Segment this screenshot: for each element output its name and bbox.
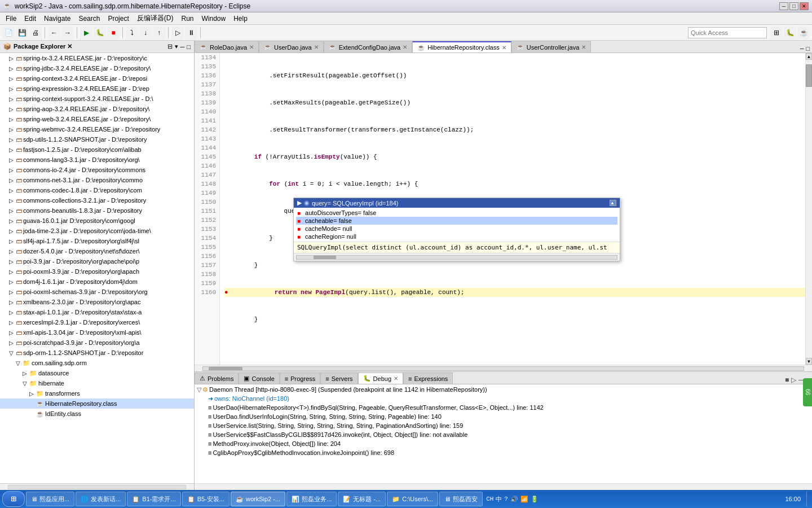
- tab-roledao[interactable]: ☕ RoleDao.java ✕: [195, 41, 259, 52]
- tree-item-commons-codec[interactable]: ▷ 🗃 commons-codec-1.8.jar - D:\repositor…: [0, 185, 194, 195]
- tree-item-dom4j[interactable]: ▷ 🗃 dom4j-1.6.1.jar - D:\repository\dom4…: [0, 277, 194, 287]
- popup-item-2[interactable]: ■ cacheable= false: [296, 217, 617, 225]
- tree-item-spring-web[interactable]: ▷ 🗃 spring-web-3.2.4.RELEASE.jar - D:\re…: [0, 114, 194, 124]
- debug-frame-3[interactable]: ≡ UserService.list(String, String, Strin…: [197, 422, 810, 431]
- tree-item-spring-context-support[interactable]: ▷ 🗃 spring-context-support-3.2.4.RELEASE…: [0, 94, 194, 104]
- popup-hscrollbar-thumb[interactable]: [314, 256, 336, 259]
- tree-item-identity[interactable]: ☕ IdEntity.class: [0, 409, 194, 419]
- menu-help[interactable]: Help: [230, 14, 251, 24]
- taskbar-app-7[interactable]: 📝 无标题 -...: [338, 492, 386, 506]
- bottom-scrollbar-h[interactable]: [195, 483, 812, 490]
- toolbar-btn-stepinto[interactable]: ↓: [139, 27, 152, 39]
- taskbar-app-3[interactable]: 📋 B1-需求开...: [127, 492, 180, 506]
- tree-item-commons-beanutils[interactable]: ▷ 🗃 commons-beanutils-1.8.3.jar - D:\rep…: [0, 205, 194, 216]
- toolbar-btn-run[interactable]: ▶: [80, 27, 92, 39]
- hscroll-track[interactable]: [202, 366, 804, 371]
- toolbar-btn-perspective3[interactable]: ☕: [797, 27, 810, 39]
- tree-item-transformers[interactable]: ▷ 📁 transformers: [0, 388, 194, 398]
- tab-userdao[interactable]: ☕ UserDao.java ✕: [259, 41, 324, 52]
- minimize-button[interactable]: ─: [779, 2, 788, 10]
- toolbar-btn-back[interactable]: ←: [48, 27, 60, 39]
- taskbar-clock[interactable]: 16:00: [780, 496, 805, 502]
- hscroll-thumb[interactable]: [209, 367, 242, 370]
- toolbar-btn-resume[interactable]: ▷: [171, 27, 184, 39]
- network-icon[interactable]: 📶: [520, 496, 528, 503]
- debug-frame-5[interactable]: ≡ MethodProxy.invoke(Object, Object[]) l…: [197, 440, 810, 449]
- taskbar-app-4[interactable]: 📋 B5-安装...: [182, 492, 230, 506]
- tree-item-commons-collections[interactable]: ▷ 🗃 commons-collections-3.2.1.jar - D:\r…: [0, 195, 194, 205]
- tree-item-commons-lang3[interactable]: ▷ 🗃 commons-lang3-3.1.jar - D:\repositor…: [0, 155, 194, 165]
- tab-close-debug[interactable]: ✕: [394, 375, 398, 382]
- tab-problems[interactable]: ⚠ Problems: [195, 373, 239, 384]
- maximize-button[interactable]: □: [789, 2, 798, 10]
- menu-search[interactable]: Search: [75, 14, 103, 24]
- toolbar-btn-stepout[interactable]: ↑: [153, 27, 165, 39]
- tree-item-sdp-orm[interactable]: ▽ 🗃 sdp-orm-1.1.2-SNAPSHOT.jar - D:\repo…: [0, 348, 194, 358]
- debug-frame-6[interactable]: ≡ CglibAopProxy$CglibMethodInvocation.in…: [197, 449, 810, 458]
- taskbar-app-6[interactable]: 📊 熙磊业务...: [286, 492, 337, 506]
- tree-item-xerces[interactable]: ▷ 🗃 xercesImpl-2.9.1.jar - D:\repository…: [0, 317, 194, 327]
- tree-item-spring-tx[interactable]: ▷ 🗃 spring-tx-3.2.4.RELEASE.jar - D:\rep…: [0, 53, 194, 63]
- tree-item-hibernate[interactable]: ▽ 📁 hibernate: [0, 378, 194, 388]
- tree-item-spring-jdbc[interactable]: ▷ 🗃 spring-jdbc-3.2.4.RELEASE.jar - D:\r…: [0, 63, 194, 73]
- pkg-menu-btn[interactable]: ▾: [175, 43, 178, 50]
- tree-item-datasource[interactable]: ▷ 📁 datasource: [0, 368, 194, 378]
- toolbar-btn-debug[interactable]: 🐛: [94, 27, 106, 39]
- menu-project[interactable]: Project: [104, 14, 132, 24]
- toolbar-btn-new[interactable]: 📄: [2, 27, 15, 39]
- tab-max-btn[interactable]: □: [806, 46, 810, 52]
- tree-item-guava[interactable]: ▷ 🗃 guava-16.0.1.jar D:\repository\com\g…: [0, 216, 194, 226]
- popup-item-4[interactable]: ■ cacheRegion= null: [296, 233, 617, 240]
- tree-item-commons-io[interactable]: ▷ 🗃 commons-io-2.4.jar - D:\repository\c…: [0, 165, 194, 175]
- tree-item-stax-api[interactable]: ▷ 🗃 stax-api-1.0.1.jar - D:\repository\s…: [0, 307, 194, 317]
- ime-indicator[interactable]: 中: [496, 495, 502, 503]
- tab-console[interactable]: ▣ Console: [239, 373, 279, 384]
- tree-item-com-sailing[interactable]: ▽ 📁 com.sailing.sdp.orm: [0, 358, 194, 368]
- volume-icon[interactable]: 🔊: [510, 496, 518, 503]
- taskbar-app-8[interactable]: 📁 C:\Users\...: [387, 492, 438, 506]
- show-desktop-btn[interactable]: [806, 491, 810, 507]
- lang-indicator[interactable]: CH: [486, 496, 493, 502]
- tree-item-slf4j[interactable]: ▷ 🗃 slf4j-api-1.7.5.jar - D:\repository\…: [0, 236, 194, 246]
- debug-stop-btn[interactable]: ■: [785, 376, 789, 384]
- debug-frame-1[interactable]: ≡ UserDao(HibernateRepository<T>).findBy…: [197, 404, 810, 413]
- tree-item-poi-ooxml-schemas[interactable]: ▷ 🗃 poi-ooxml-schemas-3.9.jar - D:\repos…: [0, 287, 194, 297]
- tree-item-hibernate-repo[interactable]: ☕ HibernateRepository.class: [0, 398, 194, 409]
- tree-item-spring-webmvc[interactable]: ▷ 🗃 spring-webmvc-3.2.4.RELEASE.jar - D:…: [0, 124, 194, 134]
- toolbar-btn-suspend[interactable]: ⏸: [185, 27, 197, 39]
- toolbar-btn-stepover[interactable]: ⤵: [126, 27, 138, 39]
- popup-item-3[interactable]: ■ cacheMode= null: [296, 225, 617, 233]
- toolbar-btn-stop[interactable]: ■: [107, 27, 120, 39]
- tab-close-extendconfig[interactable]: ✕: [403, 44, 407, 50]
- tree-item-spring-context[interactable]: ▷ 🗃 spring-context-3.2.4.RELEASE.jar - D…: [0, 73, 194, 84]
- tab-close-userdao[interactable]: ✕: [314, 44, 319, 50]
- tab-close-usercontroller[interactable]: ✕: [581, 44, 586, 50]
- debug-frame-2[interactable]: ≡ UserDao.findUserInfoLogin(String, Stri…: [197, 413, 810, 422]
- tree-item-joda-time[interactable]: ▷ 🗃 joda-time-2.3.jar - D:\repository\co…: [0, 226, 194, 236]
- menu-file[interactable]: File: [2, 14, 20, 24]
- tab-expressions[interactable]: ≡ Expressions: [403, 373, 453, 384]
- tab-hibernaterepo[interactable]: ☕ HibernateRepository.class ✕: [412, 41, 511, 52]
- popup-scroll-up[interactable]: ▲: [610, 200, 616, 205]
- pkg-scrollbar-h[interactable]: [0, 483, 194, 490]
- pkg-minimize-btn[interactable]: ─: [180, 43, 185, 50]
- tab-progress[interactable]: ≡ Progress: [280, 373, 320, 384]
- popup-item-1[interactable]: ■ autoDiscoverTypes= false: [296, 209, 617, 217]
- tab-debug[interactable]: 🐛 Debug ✕: [358, 373, 403, 384]
- menu-decompile[interactable]: 反编译器(D): [134, 12, 177, 24]
- tab-extendconfig[interactable]: ☕ ExtendConfigDao.java ✕: [324, 41, 412, 52]
- toolbar-btn-save[interactable]: 💾: [16, 27, 28, 39]
- menu-window[interactable]: Window: [198, 14, 229, 24]
- popup-hscrollbar[interactable]: [296, 255, 617, 260]
- taskbar-app-1[interactable]: 🖥 熙磊应用...: [26, 492, 74, 506]
- tree-item-xmlbeans[interactable]: ▷ 🗃 xmlbeans-2.3.0.jar - D:\repository\o…: [0, 297, 194, 307]
- tab-min-btn[interactable]: ─: [800, 46, 804, 52]
- toolbar-btn-perspective[interactable]: ⊞: [770, 27, 783, 39]
- tab-servers[interactable]: ≡ Servers: [320, 373, 358, 384]
- menu-run[interactable]: Run: [178, 14, 197, 24]
- code-scrollbar-v[interactable]: ▲ ▼: [805, 53, 812, 365]
- tree-item-spring-aop[interactable]: ▷ 🗃 spring-aop-3.2.4.RELEASE.jar - D:\re…: [0, 104, 194, 114]
- toolbar-btn-print[interactable]: 🖨: [29, 27, 42, 39]
- tab-close-hibernaterepo[interactable]: ✕: [502, 45, 506, 51]
- debug-owns-row[interactable]: ➜ owns: NioChannel (id=180): [197, 395, 810, 404]
